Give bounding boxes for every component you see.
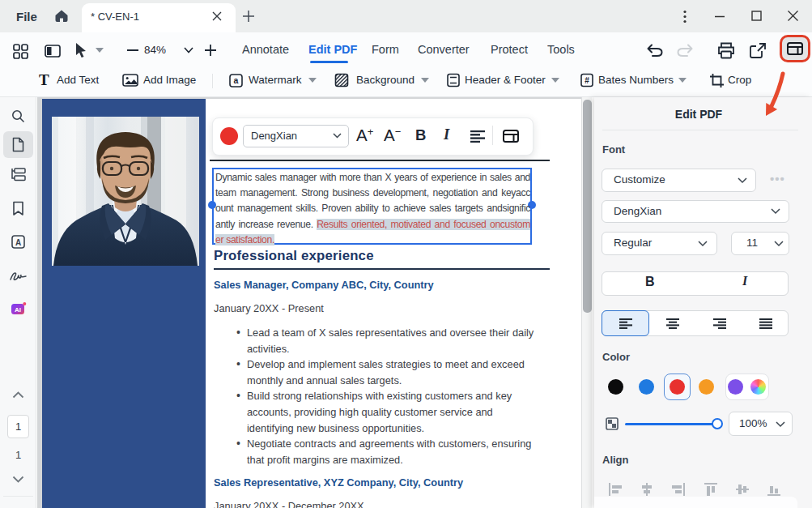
svg-text:AI: AI <box>15 306 21 314</box>
svg-text:a: a <box>234 75 239 85</box>
svg-text:#: # <box>585 76 589 85</box>
svg-text:A: A <box>15 238 21 247</box>
